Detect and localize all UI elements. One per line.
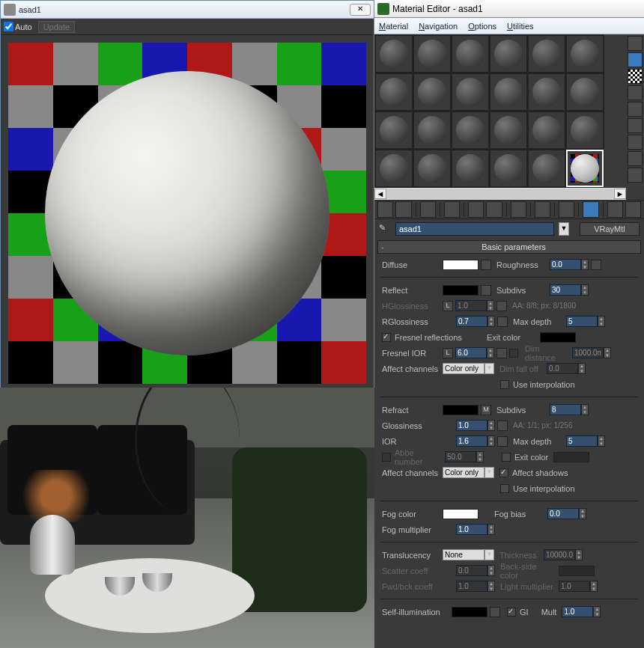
refract-subdivs-input[interactable] xyxy=(550,404,581,415)
put-library-icon[interactable] xyxy=(511,201,526,218)
material-slot[interactable] xyxy=(413,35,451,73)
scroll-track[interactable] xyxy=(386,189,614,199)
refract-map-m[interactable]: M xyxy=(481,405,491,415)
affect-shadows-check[interactable] xyxy=(499,468,508,477)
fresnel-ior-lock[interactable]: L xyxy=(443,348,453,358)
show-end-result-icon[interactable] xyxy=(583,201,598,218)
affect-ch-refract-select[interactable] xyxy=(443,467,484,478)
selfillum-map-button[interactable] xyxy=(490,607,500,617)
refract-maxdepth-input[interactable] xyxy=(566,435,598,447)
hgloss-input[interactable] xyxy=(455,300,487,311)
material-slot[interactable] xyxy=(566,111,604,149)
options-icon[interactable] xyxy=(628,135,643,150)
make-copy-icon[interactable] xyxy=(468,201,484,218)
material-id-icon[interactable] xyxy=(535,201,550,218)
hgloss-lock[interactable]: L xyxy=(443,301,453,311)
scene-viewport[interactable] xyxy=(0,388,374,648)
background-icon[interactable] xyxy=(628,69,643,84)
gi-check[interactable] xyxy=(507,608,516,617)
fog-color-swatch[interactable] xyxy=(443,509,479,519)
hgloss-map-button[interactable] xyxy=(496,301,507,311)
get-material-icon[interactable] xyxy=(377,201,393,218)
material-slot[interactable] xyxy=(452,73,489,111)
dropdown-icon[interactable]: ▼ xyxy=(484,363,494,374)
eyedropper-icon[interactable]: ✎ xyxy=(379,223,391,235)
material-map-icon[interactable] xyxy=(628,168,643,183)
material-slot[interactable] xyxy=(375,35,413,73)
show-map-icon[interactable] xyxy=(559,201,574,218)
material-slot[interactable] xyxy=(375,150,413,187)
material-slot[interactable] xyxy=(413,150,451,187)
sample-type-icon[interactable] xyxy=(628,36,643,51)
select-by-material-icon[interactable] xyxy=(628,151,643,166)
refract-swatch[interactable] xyxy=(443,405,479,415)
backlight-icon[interactable] xyxy=(628,52,643,67)
material-slot[interactable] xyxy=(490,150,527,187)
fog-bias-input[interactable] xyxy=(547,508,579,519)
material-slot-selected[interactable] xyxy=(566,150,604,187)
go-parent-icon[interactable] xyxy=(607,201,623,218)
make-preview-icon[interactable] xyxy=(628,118,643,133)
material-slot[interactable] xyxy=(528,111,565,149)
selfillum-swatch[interactable] xyxy=(452,607,487,617)
menu-utilities[interactable]: Utilities xyxy=(507,22,533,31)
scroll-left[interactable]: ◄ xyxy=(374,189,386,199)
material-slot[interactable] xyxy=(413,73,451,111)
fresnel-ior-input[interactable] xyxy=(455,347,487,358)
reflect-subdivs-input[interactable] xyxy=(550,284,581,296)
put-to-scene-icon[interactable] xyxy=(395,201,411,218)
material-slot[interactable] xyxy=(452,150,489,187)
fresnel-ior-map-button[interactable] xyxy=(496,348,507,358)
roughness-input[interactable] xyxy=(550,259,581,270)
menu-material[interactable]: Material xyxy=(379,22,408,31)
ior-input[interactable] xyxy=(456,435,487,447)
abbe-check[interactable] xyxy=(382,453,391,462)
exit-color-refr-check[interactable] xyxy=(502,453,511,462)
diffuse-swatch[interactable] xyxy=(443,260,479,270)
material-slot[interactable] xyxy=(452,111,489,149)
dropdown-icon[interactable]: ▼ xyxy=(484,467,494,478)
rollout-header[interactable]: - Basic parameters xyxy=(377,240,641,254)
material-slot[interactable] xyxy=(566,35,604,73)
reflect-swatch[interactable] xyxy=(443,285,479,296)
use-interp-refl-check[interactable] xyxy=(500,380,509,389)
material-slot[interactable] xyxy=(528,73,565,111)
dropdown-icon[interactable]: ▼ xyxy=(484,549,494,560)
reflect-maxdepth-input[interactable] xyxy=(566,316,598,327)
fog-mult-input[interactable] xyxy=(456,524,487,535)
si-mult-input[interactable] xyxy=(562,606,593,617)
material-slot[interactable] xyxy=(375,73,413,111)
video-check-icon[interactable] xyxy=(628,102,643,117)
diffuse-map-button[interactable] xyxy=(481,260,491,270)
rgloss-map-button[interactable] xyxy=(497,317,508,327)
fresnel-refl-check[interactable] xyxy=(382,333,391,342)
exit-color-refr-swatch[interactable] xyxy=(553,452,589,462)
rgloss-input[interactable] xyxy=(456,316,487,327)
make-unique-icon[interactable] xyxy=(486,201,502,218)
material-slot[interactable] xyxy=(490,35,527,73)
material-slot[interactable] xyxy=(566,73,604,111)
go-forward-icon[interactable] xyxy=(625,201,641,218)
glossiness-input[interactable] xyxy=(456,420,487,431)
roughness-map-button[interactable] xyxy=(591,260,601,270)
material-name-dropdown[interactable]: ▼ xyxy=(559,222,569,236)
ior-map-button[interactable] xyxy=(497,436,508,447)
material-slot[interactable] xyxy=(528,35,565,73)
assign-selection-icon[interactable] xyxy=(420,201,436,218)
translucency-select[interactable] xyxy=(443,549,484,560)
exit-color-swatch[interactable] xyxy=(540,332,576,343)
material-slot[interactable] xyxy=(452,35,489,73)
menu-navigation[interactable]: Navigation xyxy=(419,22,458,31)
glossiness-map-button[interactable] xyxy=(497,421,508,431)
material-slot[interactable] xyxy=(375,111,413,149)
scroll-right[interactable]: ► xyxy=(614,189,626,199)
reflect-map-button[interactable] xyxy=(481,285,491,296)
update-button[interactable]: Update xyxy=(38,21,75,33)
material-slot[interactable] xyxy=(490,73,527,111)
material-slot[interactable] xyxy=(528,150,565,187)
reset-map-icon[interactable] xyxy=(444,201,460,218)
close-button[interactable]: ✕ xyxy=(350,4,371,16)
material-type-button[interactable]: VRayMtl xyxy=(580,222,640,236)
auto-checkbox[interactable]: Auto xyxy=(4,22,32,31)
affect-ch-reflect-select[interactable] xyxy=(443,363,484,374)
